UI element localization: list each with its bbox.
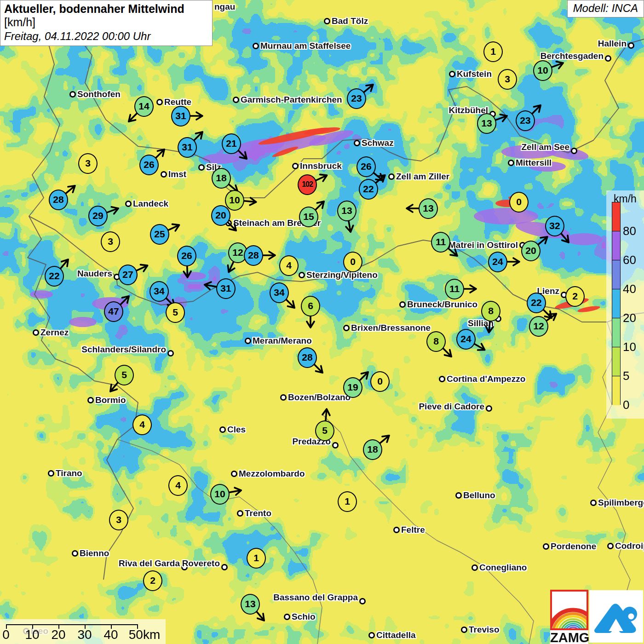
title-unit: [km/h] <box>4 16 35 29</box>
wind-marker-31: 31 <box>171 106 190 126</box>
wind-marker-102: 102 <box>298 174 317 195</box>
wind-marker-21: 21 <box>222 133 241 154</box>
wind-marker-24: 24 <box>488 252 507 272</box>
wind-marker-11: 11 <box>431 232 450 253</box>
wind-marker-34: 34 <box>270 282 289 303</box>
legend-segment <box>612 318 620 347</box>
wind-marker-15: 15 <box>299 207 318 227</box>
wind-marker-23: 23 <box>516 110 535 131</box>
scale-label: 30 <box>77 627 92 642</box>
wind-marker-28: 28 <box>49 190 68 210</box>
wind-marker-20: 20 <box>521 241 540 261</box>
wind-marker-5: 5 <box>115 365 134 385</box>
legend-tick-5: 5 <box>623 369 629 383</box>
wind-map: KemptenBad TölzMurnau am StaffelseeSonth… <box>0 0 644 644</box>
wind-marker-10: 10 <box>225 190 244 211</box>
wind-markers-layer: 1431312123131013233261828101022622292015… <box>0 0 644 644</box>
wind-marker-11: 11 <box>445 279 464 299</box>
page-title: Aktueller, bodennaher Mittelwind [km/h] <box>4 2 207 29</box>
wind-marker-18: 18 <box>212 168 231 189</box>
zamg-logo[interactable]: ZAMG <box>550 590 588 644</box>
legend-tick-80: 80 <box>623 224 636 238</box>
zamg-logo-text: ZAMG <box>550 630 588 644</box>
wind-marker-6: 6 <box>301 296 320 316</box>
wind-marker-3: 3 <box>498 69 517 90</box>
wind-marker-47: 47 <box>104 301 123 322</box>
legend-colorbar <box>612 202 621 405</box>
wind-marker-1: 1 <box>483 41 503 62</box>
wind-marker-23: 23 <box>347 88 366 109</box>
legend-segment <box>612 260 620 289</box>
wind-marker-19: 19 <box>343 377 362 398</box>
partner-logo[interactable] <box>589 590 643 643</box>
wind-marker-26: 26 <box>177 246 196 266</box>
legend-tick-10: 10 <box>623 340 636 354</box>
wind-marker-31: 31 <box>178 137 197 158</box>
wind-marker-34: 34 <box>150 281 169 302</box>
legend-tick-0: 0 <box>623 398 629 412</box>
wind-marker-8: 8 <box>481 301 500 322</box>
wind-marker-26: 26 <box>356 156 376 177</box>
wind-marker-5: 5 <box>166 302 185 323</box>
scale-label: 50km <box>129 627 160 642</box>
wind-marker-28: 28 <box>244 245 263 266</box>
wind-marker-25: 25 <box>150 224 169 245</box>
scale-bar: 01020304050km <box>0 619 166 644</box>
model-label: Modell: INCA <box>567 0 644 17</box>
wind-marker-31: 31 <box>216 278 236 299</box>
wind-marker-28: 28 <box>298 347 317 368</box>
wind-marker-22: 22 <box>45 266 64 287</box>
legend-segment <box>612 347 620 376</box>
scale-label: 0 <box>2 627 10 642</box>
wind-marker-3: 3 <box>101 231 120 252</box>
legend-segment <box>612 231 620 260</box>
wind-marker-29: 29 <box>88 206 108 226</box>
wind-marker-1: 1 <box>247 548 266 569</box>
wind-marker-1: 1 <box>338 491 357 512</box>
wind-marker-5: 5 <box>315 420 334 441</box>
wind-marker-20: 20 <box>211 205 230 226</box>
legend-segment <box>612 376 620 405</box>
wind-marker-13: 13 <box>477 113 496 134</box>
legend-segment <box>612 289 620 318</box>
wind-marker-0: 0 <box>370 371 390 392</box>
legend-segment <box>612 202 620 231</box>
wind-marker-14: 14 <box>134 96 154 117</box>
wind-marker-10: 10 <box>210 484 230 505</box>
wind-marker-4: 4 <box>168 475 188 496</box>
wind-marker-4: 4 <box>279 255 299 276</box>
wind-marker-24: 24 <box>456 329 476 350</box>
scale-label: 10 <box>25 627 39 642</box>
legend-tick-60: 60 <box>623 253 636 267</box>
wind-marker-0: 0 <box>509 192 529 213</box>
wind-marker-13: 13 <box>241 594 260 615</box>
wind-marker-3: 3 <box>109 510 128 530</box>
scale-label: 40 <box>104 627 118 642</box>
wind-marker-12: 12 <box>529 316 548 337</box>
scale-label: 20 <box>51 627 65 642</box>
zamg-rainbow-icon <box>550 590 588 630</box>
title-box: Aktueller, bodennaher Mittelwind [km/h] … <box>0 0 213 46</box>
wind-marker-10: 10 <box>533 60 552 81</box>
wind-marker-18: 18 <box>363 439 382 460</box>
wind-marker-22: 22 <box>359 179 378 200</box>
mountain-cloud-icon <box>589 590 643 643</box>
wind-marker-0: 0 <box>343 252 362 272</box>
legend-tick-20: 20 <box>623 311 636 325</box>
title-date: Freitag, 04.11.2022 00:00 Uhr <box>4 30 207 43</box>
wind-marker-13: 13 <box>419 198 438 219</box>
wind-marker-26: 26 <box>139 155 159 175</box>
wind-marker-22: 22 <box>527 293 546 313</box>
wind-marker-13: 13 <box>337 201 356 221</box>
wind-marker-2: 2 <box>565 286 585 307</box>
wind-marker-32: 32 <box>545 216 564 236</box>
wind-marker-3: 3 <box>78 153 98 174</box>
wind-marker-2: 2 <box>143 570 162 591</box>
legend-tick-40: 40 <box>623 282 636 296</box>
title-text: Aktueller, bodennaher Mittelwind <box>4 2 184 15</box>
wind-marker-27: 27 <box>118 264 138 285</box>
scale-bar-line <box>6 624 138 625</box>
wind-marker-8: 8 <box>426 331 446 352</box>
wind-marker-4: 4 <box>132 414 152 435</box>
